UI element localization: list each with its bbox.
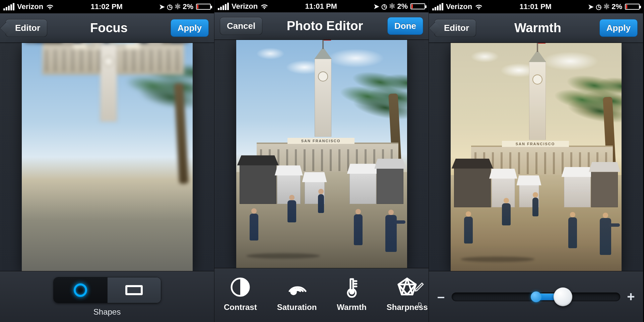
screen-warmth: Verizon 11:01 PM ➤ ◷ ✱ 2% Editor Warmth … bbox=[429, 0, 643, 322]
clock-icon: ◷ bbox=[167, 3, 173, 11]
nav-title: Focus bbox=[90, 21, 128, 35]
back-button[interactable]: Editor bbox=[5, 19, 47, 37]
editor-toolbar[interactable]: Contrast Saturation bbox=[214, 268, 429, 322]
tool-label: Saturation bbox=[277, 303, 317, 312]
status-time: 11:02 PM bbox=[54, 2, 159, 11]
bluetooth-icon: ✱ bbox=[175, 2, 181, 11]
location-icon: ➤ bbox=[588, 3, 594, 11]
pencil-icon bbox=[409, 276, 431, 297]
carrier-label: Verizon bbox=[17, 2, 43, 11]
wifi-icon bbox=[46, 3, 54, 10]
slider-increase[interactable]: + bbox=[626, 289, 636, 304]
tool-label: Contrast bbox=[224, 303, 257, 312]
battery-percent: 2% bbox=[397, 2, 408, 11]
nav-title: Photo Editor bbox=[287, 19, 363, 33]
focus-shape-segmented bbox=[53, 277, 161, 303]
warmth-toolbar: – + bbox=[429, 271, 643, 322]
wifi-icon bbox=[260, 3, 268, 10]
location-icon: ➤ bbox=[374, 2, 379, 10]
done-button[interactable]: Done bbox=[387, 17, 423, 35]
battery-icon bbox=[625, 4, 640, 10]
photo-sign-text: SAN FRANCISCO bbox=[287, 138, 355, 144]
saturation-icon bbox=[286, 276, 308, 298]
tool-contrast[interactable]: Contrast bbox=[224, 272, 257, 312]
signal-bars-icon bbox=[3, 3, 14, 10]
photo-canvas-area: SAN FRANCISCO bbox=[214, 40, 429, 268]
warmth-icon bbox=[341, 276, 363, 298]
svg-point-1 bbox=[349, 289, 355, 294]
carrier-label: Verizon bbox=[232, 2, 258, 11]
location-icon: ➤ bbox=[159, 3, 165, 11]
battery-percent: 2% bbox=[611, 2, 622, 11]
tool-saturation[interactable]: Saturation bbox=[277, 272, 317, 312]
focus-toolbar: Shapes bbox=[0, 271, 214, 322]
status-bar: Verizon 11:02 PM ➤ ◷ ✱ 2% bbox=[0, 0, 214, 13]
warmth-slider[interactable] bbox=[452, 290, 620, 304]
wifi-icon bbox=[475, 3, 483, 10]
contrast-icon bbox=[230, 276, 251, 298]
bluetooth-icon: ✱ bbox=[603, 2, 609, 11]
clock-icon: ◷ bbox=[381, 2, 387, 10]
shapes-label: Shapes bbox=[93, 307, 121, 317]
screen-focus: Verizon 11:02 PM ➤ ◷ ✱ 2% Editor Focus A… bbox=[0, 0, 214, 322]
tool-label: Warmth bbox=[337, 303, 366, 312]
bluetooth-icon: ✱ bbox=[389, 2, 395, 11]
status-bar: Verizon 11:01 PM ➤ ◷ ✱ 2% bbox=[429, 0, 643, 13]
signal-bars-icon bbox=[218, 3, 229, 10]
focus-shape-circle[interactable] bbox=[54, 277, 107, 303]
battery-percent: 2% bbox=[183, 2, 193, 11]
nav-bar: Editor Focus Apply bbox=[0, 13, 214, 43]
status-bar: Verizon 11:01 PM ➤ ◷ ✱ 2% bbox=[214, 0, 429, 12]
tool-label: D bbox=[418, 302, 422, 308]
photo-preview[interactable]: SAN FRANCISCO bbox=[236, 40, 407, 268]
clock-icon: ◷ bbox=[596, 3, 601, 11]
apply-button[interactable]: Apply bbox=[599, 19, 638, 37]
photo-preview[interactable]: SAN FRANCISCO bbox=[22, 43, 193, 271]
nav-bar: Editor Warmth Apply bbox=[429, 13, 643, 43]
screen-photo-editor: Verizon 11:01 PM ➤ ◷ ✱ 2% Cancel Photo E… bbox=[214, 0, 429, 322]
apply-button[interactable]: Apply bbox=[171, 19, 209, 37]
battery-icon bbox=[410, 3, 425, 9]
photo-canvas-area: SAN FRANCISCO bbox=[429, 43, 643, 271]
focus-shape-rectangle[interactable] bbox=[107, 277, 161, 303]
rectangle-focus-icon bbox=[125, 285, 143, 295]
battery-icon bbox=[196, 4, 211, 10]
photo-preview[interactable]: SAN FRANCISCO bbox=[451, 43, 622, 271]
tool-partial-next[interactable]: D bbox=[409, 276, 431, 308]
status-time: 11:01 PM bbox=[483, 2, 588, 11]
status-time: 11:01 PM bbox=[268, 2, 374, 11]
cancel-button[interactable]: Cancel bbox=[220, 17, 262, 35]
nav-bar: Cancel Photo Editor Done bbox=[214, 12, 429, 40]
carrier-label: Verizon bbox=[446, 2, 472, 11]
signal-bars-icon bbox=[432, 3, 443, 10]
back-button[interactable]: Editor bbox=[434, 19, 476, 37]
photo-canvas-area: SAN FRANCISCO bbox=[0, 43, 214, 271]
nav-title: Warmth bbox=[514, 21, 561, 35]
tool-warmth[interactable]: Warmth bbox=[337, 272, 366, 312]
circle-focus-icon bbox=[74, 283, 87, 297]
slider-decrease[interactable]: – bbox=[436, 289, 446, 304]
